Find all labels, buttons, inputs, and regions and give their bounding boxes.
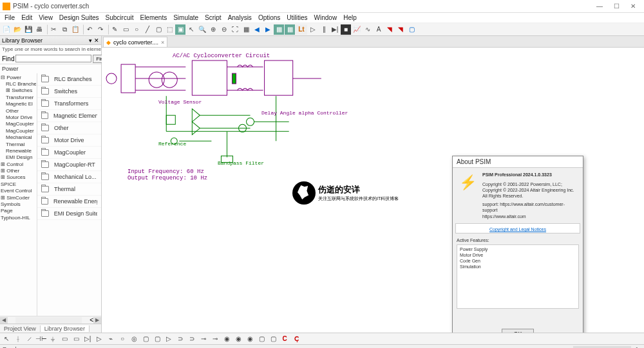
probe-icon[interactable]: ⊸: [210, 334, 220, 344]
gate-icon[interactable]: ⊃: [175, 334, 185, 344]
ground-icon[interactable]: ⏚: [48, 334, 58, 344]
tree-item[interactable]: MagCoupler: [1, 121, 36, 127]
monitor-icon[interactable]: ■: [341, 24, 351, 35]
tree-item[interactable]: Renewable: [1, 148, 36, 154]
pause-icon[interactable]: ‖: [319, 24, 329, 35]
menu-help[interactable]: Help: [340, 14, 360, 21]
meter-icon[interactable]: ◉: [222, 334, 232, 344]
switch-icon[interactable]: ⌁: [106, 334, 116, 344]
flag-icon[interactable]: ◥: [395, 24, 406, 35]
tree-item[interactable]: Symbols: [1, 201, 36, 208]
category-item[interactable]: Renewable Energy: [37, 196, 101, 208]
category-list[interactable]: RLC BranchesSwitchesTransformersMagnetic…: [37, 73, 101, 316]
zoom-in-icon[interactable]: ⊕: [208, 24, 218, 35]
tree-item[interactable]: Magnetic El: [1, 101, 36, 107]
tree-item[interactable]: ⊞ Sources: [1, 174, 36, 181]
block-icon[interactable]: ▢: [268, 334, 278, 344]
menu-options[interactable]: Options: [255, 14, 283, 21]
flag-icon[interactable]: ◥: [384, 24, 395, 35]
tree-item[interactable]: SPICE: [1, 181, 36, 188]
legal-link[interactable]: Copyright and Legal Notices: [489, 227, 546, 232]
cut-icon[interactable]: ✂: [48, 24, 59, 35]
schematic-canvas[interactable]: AC/AC Cycloconverter Circuit: [102, 48, 644, 333]
capacitor-icon[interactable]: ⊣⊢: [36, 334, 46, 344]
ok-button[interactable]: OK: [502, 329, 534, 333]
undo-icon[interactable]: ↶: [84, 24, 95, 35]
tree-item[interactable]: ⊞ SimCoder: [1, 195, 36, 201]
tree-item[interactable]: Page: [1, 208, 36, 214]
source-icon[interactable]: ○: [117, 334, 128, 344]
category-item[interactable]: Thermal: [37, 183, 101, 196]
category-item[interactable]: Other: [37, 122, 101, 134]
pin-icon[interactable]: ▾ ✕: [89, 37, 99, 44]
redo-icon[interactable]: ↷: [95, 24, 106, 35]
document-tab[interactable]: ◆ cyclo converter.... ×: [103, 37, 167, 47]
menu-subcircuit[interactable]: Subcircuit: [102, 14, 137, 21]
tree-item[interactable]: Other: [1, 108, 36, 114]
open-icon[interactable]: 📂: [12, 24, 23, 35]
copy-icon[interactable]: ⧉: [59, 24, 70, 35]
probe-icon[interactable]: ⊸: [198, 334, 209, 344]
lt-button[interactable]: Lt: [296, 24, 307, 35]
element-tree[interactable]: ⊟ PowerRLC Branche⊞ SwitchesTransformerM…: [0, 73, 37, 316]
panel-hscroll[interactable]: ◀< ▶: [0, 316, 101, 324]
c-button[interactable]: C̣: [291, 334, 301, 344]
zoom-out-icon[interactable]: ⊖: [219, 24, 229, 35]
search-input[interactable]: [15, 55, 91, 62]
new-icon[interactable]: 📄: [1, 24, 12, 35]
play-icon[interactable]: ▷: [308, 24, 318, 35]
tree-item[interactable]: ⊞ Control: [1, 161, 36, 168]
block-icon[interactable]: ▢: [256, 334, 267, 344]
tool-icon[interactable]: ○: [131, 24, 142, 35]
gate-icon[interactable]: ⊃: [187, 334, 197, 344]
text-icon[interactable]: A: [374, 24, 384, 35]
category-item[interactable]: Mechanical Lo...: [37, 171, 101, 183]
source-icon[interactable]: ◎: [129, 334, 139, 344]
menu-window[interactable]: Window: [311, 14, 341, 21]
forward-icon[interactable]: ▶: [263, 24, 273, 35]
component-icon[interactable]: ▭: [71, 334, 81, 344]
tree-item[interactable]: Typhoon-HIL: [1, 215, 36, 221]
chart-icon[interactable]: 📈: [352, 24, 362, 35]
block-icon[interactable]: ▢: [140, 334, 151, 344]
category-item[interactable]: Magnetic Elements: [37, 110, 101, 122]
tree-item[interactable]: ⊞ Other: [1, 168, 36, 174]
tree-item[interactable]: EMI Design: [1, 154, 36, 161]
zoom-icon[interactable]: 🔍: [197, 24, 207, 35]
category-item[interactable]: MagCoupler-RT: [37, 159, 101, 171]
menu-file[interactable]: File: [1, 14, 18, 21]
menu-analysis[interactable]: Analysis: [225, 14, 255, 21]
back-icon[interactable]: ◀: [252, 24, 262, 35]
category-item[interactable]: Motor Drive: [37, 134, 101, 147]
category-item[interactable]: Switches: [37, 86, 101, 98]
tree-item[interactable]: ⊟ Power: [1, 75, 36, 81]
c-button[interactable]: C: [279, 334, 290, 344]
tree-item[interactable]: Transformer: [1, 95, 36, 101]
thyristor-icon[interactable]: ▷: [94, 334, 104, 344]
tab-project-view[interactable]: Project View: [0, 325, 41, 332]
menu-elements[interactable]: Elements: [137, 14, 170, 21]
tool-icon[interactable]: ✎: [109, 24, 120, 35]
block-icon[interactable]: ▢: [152, 334, 162, 344]
menu-edit[interactable]: Edit: [18, 14, 35, 21]
resistor-icon[interactable]: ⟊: [13, 334, 23, 344]
tree-item[interactable]: ⊞ Switches: [1, 87, 36, 94]
inductor-icon[interactable]: ⟋: [24, 334, 35, 344]
meter-icon[interactable]: ◉: [245, 334, 255, 344]
paste-icon[interactable]: 📋: [70, 24, 80, 35]
tree-item[interactable]: RLC Branche: [1, 81, 36, 87]
close-button[interactable]: ✕: [625, 1, 641, 12]
menu-utilities[interactable]: Utilities: [283, 14, 310, 21]
menu-simulate[interactable]: Simulate: [170, 14, 202, 21]
step-icon[interactable]: ▶|: [330, 24, 340, 35]
close-icon[interactable]: ×: [161, 39, 164, 46]
grid-icon[interactable]: ▦: [241, 24, 251, 35]
tree-item[interactable]: Mechanical: [1, 134, 36, 141]
tree-item[interactable]: MagCoupler: [1, 128, 36, 134]
category-item[interactable]: RLC Branches: [37, 73, 101, 86]
sim-icon[interactable]: ▦: [274, 24, 284, 35]
tree-item[interactable]: Thermal: [1, 142, 36, 148]
component-icon[interactable]: ▭: [59, 334, 70, 344]
tab-library-browser[interactable]: Library Browser: [41, 325, 90, 332]
minimize-button[interactable]: —: [591, 1, 608, 12]
